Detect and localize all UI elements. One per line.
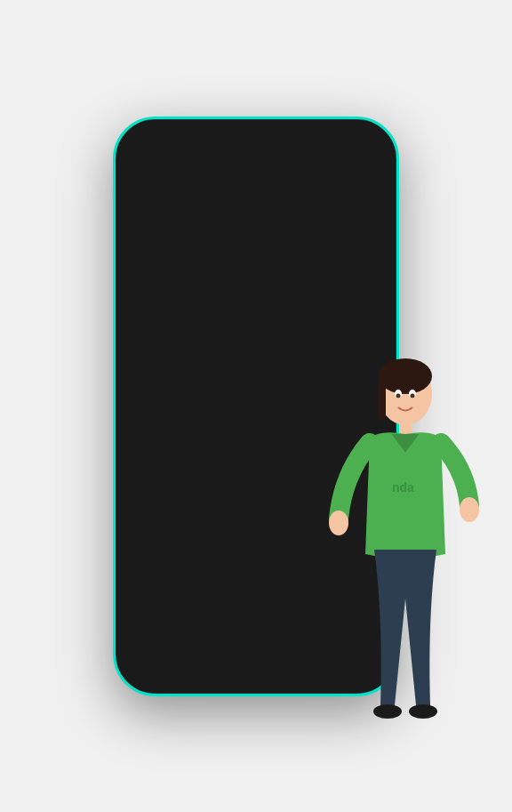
track-graphic: 2 3 4 5 bbox=[146, 387, 226, 454]
math-practise-button[interactable]: Let's practise bbox=[235, 428, 325, 451]
science-subject-name: Science bbox=[187, 498, 237, 513]
math-card: 2 3 4 5 Quiz Level 1 - Application of an… bbox=[146, 387, 366, 454]
scorecard-icon bbox=[279, 645, 297, 667]
svg-point-42 bbox=[411, 394, 415, 398]
bubbles-graphic bbox=[146, 532, 226, 599]
svg-point-9 bbox=[325, 257, 332, 264]
svg-rect-30 bbox=[282, 654, 284, 661]
svg-point-7 bbox=[306, 268, 313, 275]
science-progress-bar bbox=[235, 575, 366, 580]
coins-badge: 🪙 88 Coins bbox=[207, 182, 270, 218]
math-info: Quiz Level 1 - Application of any number… bbox=[235, 387, 366, 452]
math-progress-fill bbox=[235, 417, 274, 422]
bottom-nav: Daily Quiz Test & Exam bbox=[121, 635, 391, 688]
lorem-placeholder: LOREM IPSUM bbox=[341, 532, 366, 546]
greeting-text: Hi! Diana Adam bbox=[135, 151, 377, 172]
nav-my-account-label: My Account bbox=[330, 670, 375, 679]
score-value: 320 bbox=[167, 188, 191, 204]
nav-daily-quiz-label: Daily Quiz bbox=[140, 670, 180, 679]
math-quiz-title: Quiz Level 1 - Application of any number… bbox=[235, 387, 366, 413]
math-icon-circle: A bbox=[146, 344, 180, 378]
svg-point-48 bbox=[409, 704, 437, 719]
leaderboard-graphic: 🏆 1 2 3 bbox=[293, 243, 364, 305]
phone-device: Hi! Diana Adam 🏆 320 Score 🪙 88 bbox=[114, 117, 398, 695]
leaderboard-title: School Leaderboard is Here! bbox=[148, 253, 293, 283]
leaderboard-text: School Leaderboard is Here! Let's check … bbox=[148, 253, 293, 295]
science-info: Quiz Level 1 - Science Process Skills LO… bbox=[235, 532, 366, 609]
science-quiz-title: Quiz Level 1 - Science Process Skills bbox=[235, 532, 338, 570]
lives-label: Lives bbox=[309, 204, 330, 213]
math-icon: A bbox=[153, 351, 172, 371]
podium-svg: 🏆 1 2 3 bbox=[293, 243, 364, 305]
account-icon bbox=[343, 645, 361, 667]
nav-daily-quiz[interactable]: Daily Quiz bbox=[128, 645, 192, 679]
leaderboard-subtitle: Let's check out how your friend is doing bbox=[148, 285, 293, 294]
coins-label: Coins bbox=[239, 204, 261, 213]
math-thumbnail: 2 3 4 5 bbox=[146, 387, 226, 454]
svg-text:1: 1 bbox=[326, 278, 331, 287]
exam-icon bbox=[215, 645, 233, 667]
nav-test-exam[interactable]: Test & Exam bbox=[192, 645, 256, 679]
stats-row: 🏆 320 Score 🪙 88 Coins bbox=[135, 182, 377, 218]
quiz-icon bbox=[151, 645, 169, 667]
coins-value: 88 bbox=[239, 188, 261, 204]
svg-point-47 bbox=[373, 704, 402, 719]
science-header: Science bbox=[146, 489, 366, 523]
nav-score-card-label: Score Card bbox=[267, 670, 309, 679]
coins-icon: 🪙 bbox=[216, 190, 236, 210]
lives-icon: ❤️ bbox=[286, 190, 306, 210]
svg-point-46 bbox=[460, 497, 479, 522]
nav-my-account[interactable]: My Account bbox=[320, 645, 384, 679]
lives-value: 5 bbox=[309, 188, 330, 204]
svg-point-40 bbox=[409, 390, 416, 398]
nav-test-exam-label: Test & Exam bbox=[200, 670, 247, 679]
science-section: Science bbox=[135, 478, 377, 620]
leaderboard-banner[interactable]: School Leaderboard is Here! Let's check … bbox=[135, 230, 377, 318]
score-badge: 🏆 320 Score bbox=[135, 182, 200, 218]
math-header: A Mathematics bbox=[146, 344, 366, 378]
mathematics-section: A Mathematics 2 3 4 5 bbox=[135, 334, 377, 464]
score-icon: 🏆 bbox=[144, 190, 164, 210]
science-icon bbox=[153, 496, 172, 516]
science-thumbnail bbox=[146, 532, 226, 599]
science-card: Quiz Level 1 - Science Process Skills LO… bbox=[146, 532, 366, 609]
svg-rect-31 bbox=[286, 651, 289, 661]
svg-rect-43 bbox=[399, 422, 412, 440]
math-progress-bar bbox=[235, 417, 366, 422]
svg-point-17 bbox=[160, 503, 165, 509]
math-subject-name: Mathematics bbox=[187, 353, 268, 368]
svg-rect-32 bbox=[291, 648, 293, 660]
svg-point-11 bbox=[345, 271, 352, 278]
phone-screen: Hi! Diana Adam 🏆 320 Score 🪙 88 bbox=[121, 125, 391, 688]
lives-badge: ❤️ 5 Lives bbox=[277, 182, 339, 218]
science-practise-button[interactable]: Let's practise bbox=[235, 585, 325, 608]
science-progress-fill bbox=[235, 575, 294, 580]
science-icon-circle bbox=[146, 489, 180, 523]
score-label: Score bbox=[167, 204, 191, 213]
nav-score-card[interactable]: Score Card bbox=[256, 645, 320, 679]
screen-content[interactable]: Hi! Diana Adam 🏆 320 Score 🪙 88 bbox=[121, 125, 391, 635]
